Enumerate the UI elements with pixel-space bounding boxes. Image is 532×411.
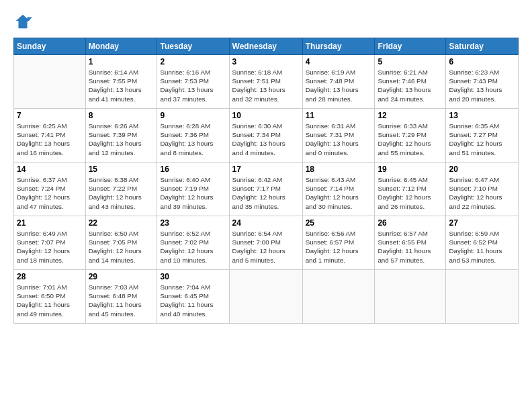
- day-info: Sunrise: 6:33 AMSunset: 7:29 PMDaylight:…: [378, 122, 443, 157]
- day-number: 2: [160, 57, 226, 66]
- day-header-tuesday: Tuesday: [157, 38, 229, 55]
- day-number: 28: [17, 272, 83, 281]
- header: [13, 12, 519, 31]
- calendar-cell: 10Sunrise: 6:30 AMSunset: 7:34 PMDayligh…: [229, 109, 302, 163]
- calendar-cell: 29Sunrise: 7:03 AMSunset: 6:48 PMDayligh…: [85, 270, 157, 324]
- week-row-3: 14Sunrise: 6:37 AMSunset: 7:24 PMDayligh…: [14, 163, 519, 216]
- day-number: 18: [306, 165, 372, 174]
- day-info: Sunrise: 6:38 AMSunset: 7:22 PMDaylight:…: [89, 175, 154, 211]
- calendar-cell: 16Sunrise: 6:40 AMSunset: 7:19 PMDayligh…: [157, 163, 229, 216]
- logo-icon: [13, 12, 32, 31]
- calendar-cell: 4Sunrise: 6:19 AMSunset: 7:48 PMDaylight…: [302, 55, 375, 109]
- day-info: Sunrise: 6:40 AMSunset: 7:19 PMDaylight:…: [160, 175, 226, 211]
- day-header-sunday: Sunday: [14, 38, 86, 55]
- calendar-cell: 3Sunrise: 6:18 AMSunset: 7:51 PMDaylight…: [229, 55, 302, 109]
- calendar-cell: 12Sunrise: 6:33 AMSunset: 7:29 PMDayligh…: [375, 109, 446, 163]
- day-info: Sunrise: 6:49 AMSunset: 7:07 PMDaylight:…: [17, 229, 83, 265]
- week-row-4: 21Sunrise: 6:49 AMSunset: 7:07 PMDayligh…: [14, 216, 519, 270]
- day-header-friday: Friday: [375, 38, 446, 55]
- day-info: Sunrise: 7:04 AMSunset: 6:45 PMDaylight:…: [160, 283, 226, 318]
- week-row-2: 7Sunrise: 6:25 AMSunset: 7:41 PMDaylight…: [14, 109, 519, 163]
- calendar-cell: 15Sunrise: 6:38 AMSunset: 7:22 PMDayligh…: [85, 163, 157, 216]
- logo: [13, 12, 35, 31]
- day-info: Sunrise: 6:28 AMSunset: 7:36 PMDaylight:…: [160, 122, 226, 157]
- day-info: Sunrise: 6:57 AMSunset: 6:55 PMDaylight:…: [378, 229, 443, 265]
- day-info: Sunrise: 6:21 AMSunset: 7:46 PMDaylight:…: [378, 68, 443, 103]
- calendar-cell: 2Sunrise: 6:16 AMSunset: 7:53 PMDaylight…: [157, 55, 229, 109]
- day-info: Sunrise: 6:18 AMSunset: 7:51 PMDaylight:…: [232, 68, 300, 103]
- day-info: Sunrise: 6:43 AMSunset: 7:14 PMDaylight:…: [306, 175, 372, 211]
- day-number: 13: [449, 111, 515, 120]
- day-number: 30: [160, 272, 226, 281]
- calendar-cell: 19Sunrise: 6:45 AMSunset: 7:12 PMDayligh…: [375, 163, 446, 216]
- calendar-cell: 5Sunrise: 6:21 AMSunset: 7:46 PMDaylight…: [375, 55, 446, 109]
- week-row-1: 1Sunrise: 6:14 AMSunset: 7:55 PMDaylight…: [14, 55, 519, 109]
- day-info: Sunrise: 6:25 AMSunset: 7:41 PMDaylight:…: [17, 122, 83, 157]
- day-info: Sunrise: 6:35 AMSunset: 7:27 PMDaylight:…: [449, 122, 515, 157]
- day-info: Sunrise: 6:31 AMSunset: 7:31 PMDaylight:…: [306, 122, 372, 157]
- day-info: Sunrise: 6:59 AMSunset: 6:52 PMDaylight:…: [449, 229, 515, 265]
- calendar-cell: 13Sunrise: 6:35 AMSunset: 7:27 PMDayligh…: [446, 109, 519, 163]
- calendar-cell: 14Sunrise: 6:37 AMSunset: 7:24 PMDayligh…: [14, 163, 86, 216]
- day-number: 1: [89, 57, 154, 66]
- day-number: 3: [232, 57, 300, 66]
- calendar-cell: 25Sunrise: 6:56 AMSunset: 6:57 PMDayligh…: [302, 216, 375, 270]
- day-number: 15: [89, 165, 154, 174]
- day-number: 19: [378, 165, 443, 174]
- page: SundayMondayTuesdayWednesdayThursdayFrid…: [0, 0, 532, 411]
- day-number: 16: [160, 165, 226, 174]
- day-number: 14: [17, 165, 83, 174]
- calendar-cell: 28Sunrise: 7:01 AMSunset: 6:50 PMDayligh…: [14, 270, 86, 324]
- calendar-cell: 23Sunrise: 6:52 AMSunset: 7:02 PMDayligh…: [157, 216, 229, 270]
- day-header-saturday: Saturday: [446, 38, 519, 55]
- day-number: 4: [306, 57, 372, 66]
- calendar-cell: [302, 270, 375, 324]
- day-info: Sunrise: 6:45 AMSunset: 7:12 PMDaylight:…: [378, 175, 443, 211]
- day-number: 17: [232, 165, 300, 174]
- calendar-table: SundayMondayTuesdayWednesdayThursdayFrid…: [13, 38, 519, 324]
- svg-marker-1: [28, 17, 32, 21]
- day-number: 11: [306, 111, 372, 120]
- day-number: 29: [89, 272, 154, 281]
- day-info: Sunrise: 7:01 AMSunset: 6:50 PMDaylight:…: [17, 283, 83, 318]
- day-header-wednesday: Wednesday: [229, 38, 302, 55]
- day-info: Sunrise: 6:52 AMSunset: 7:02 PMDaylight:…: [160, 229, 226, 265]
- day-header-thursday: Thursday: [302, 38, 375, 55]
- calendar-cell: [446, 270, 519, 324]
- calendar-cell: 7Sunrise: 6:25 AMSunset: 7:41 PMDaylight…: [14, 109, 86, 163]
- week-row-5: 28Sunrise: 7:01 AMSunset: 6:50 PMDayligh…: [14, 270, 519, 324]
- day-info: Sunrise: 6:14 AMSunset: 7:55 PMDaylight:…: [89, 68, 154, 103]
- day-number: 12: [378, 111, 443, 120]
- calendar-cell: 6Sunrise: 6:23 AMSunset: 7:43 PMDaylight…: [446, 55, 519, 109]
- calendar-cell: 27Sunrise: 6:59 AMSunset: 6:52 PMDayligh…: [446, 216, 519, 270]
- day-number: 9: [160, 111, 226, 120]
- day-info: Sunrise: 6:19 AMSunset: 7:48 PMDaylight:…: [306, 68, 372, 103]
- day-number: 24: [232, 218, 300, 228]
- day-info: Sunrise: 6:16 AMSunset: 7:53 PMDaylight:…: [160, 68, 226, 103]
- day-info: Sunrise: 6:26 AMSunset: 7:39 PMDaylight:…: [89, 122, 154, 157]
- day-number: 27: [449, 218, 515, 228]
- day-header-monday: Monday: [85, 38, 157, 55]
- days-header-row: SundayMondayTuesdayWednesdayThursdayFrid…: [14, 38, 519, 55]
- day-number: 25: [306, 218, 372, 228]
- calendar-cell: 26Sunrise: 6:57 AMSunset: 6:55 PMDayligh…: [375, 216, 446, 270]
- day-info: Sunrise: 6:42 AMSunset: 7:17 PMDaylight:…: [232, 175, 300, 211]
- day-number: 23: [160, 218, 226, 228]
- calendar-cell: 24Sunrise: 6:54 AMSunset: 7:00 PMDayligh…: [229, 216, 302, 270]
- day-info: Sunrise: 6:50 AMSunset: 7:05 PMDaylight:…: [89, 229, 154, 265]
- calendar-cell: 22Sunrise: 6:50 AMSunset: 7:05 PMDayligh…: [85, 216, 157, 270]
- day-info: Sunrise: 6:47 AMSunset: 7:10 PMDaylight:…: [449, 175, 515, 211]
- calendar-cell: 8Sunrise: 6:26 AMSunset: 7:39 PMDaylight…: [85, 109, 157, 163]
- day-number: 10: [232, 111, 300, 120]
- day-info: Sunrise: 6:23 AMSunset: 7:43 PMDaylight:…: [449, 68, 515, 103]
- day-number: 22: [89, 218, 154, 228]
- calendar-cell: [14, 55, 86, 109]
- calendar-cell: 11Sunrise: 6:31 AMSunset: 7:31 PMDayligh…: [302, 109, 375, 163]
- day-info: Sunrise: 6:30 AMSunset: 7:34 PMDaylight:…: [232, 122, 300, 157]
- day-number: 7: [17, 111, 83, 120]
- calendar-cell: 20Sunrise: 6:47 AMSunset: 7:10 PMDayligh…: [446, 163, 519, 216]
- calendar-cell: 17Sunrise: 6:42 AMSunset: 7:17 PMDayligh…: [229, 163, 302, 216]
- day-number: 6: [449, 57, 515, 66]
- day-info: Sunrise: 6:56 AMSunset: 6:57 PMDaylight:…: [306, 229, 372, 265]
- calendar-cell: [229, 270, 302, 324]
